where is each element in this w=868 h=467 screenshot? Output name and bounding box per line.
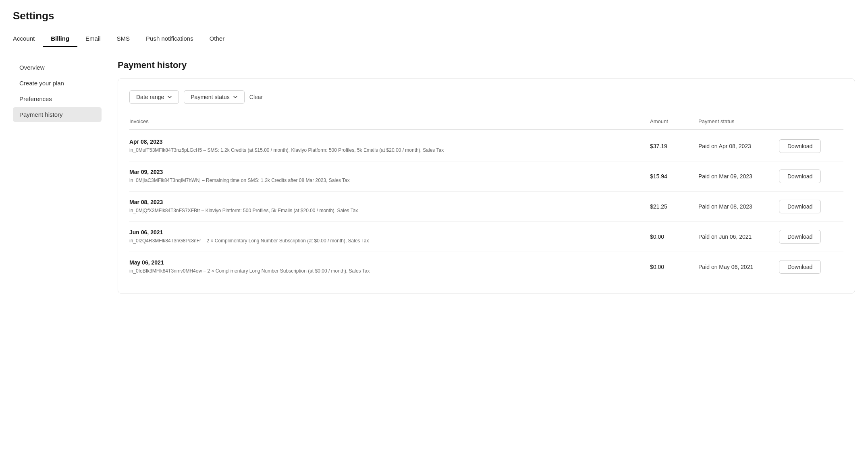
date-range-filter[interactable]: Date range <box>129 90 179 104</box>
download-button-4[interactable]: Download <box>779 260 821 274</box>
content-area: OverviewCreate your planPreferencesPayme… <box>0 47 868 306</box>
invoice-date-0: Apr 08, 2023 <box>129 138 650 145</box>
sidebar-item-create-your-plan[interactable]: Create your plan <box>13 76 102 91</box>
filters-row: Date range Payment status Clear <box>129 90 843 104</box>
invoice-cell-4: May 06, 2021in_0IoBIk3MFlk84T3nmv0MH4ew … <box>129 259 650 275</box>
invoice-desc-4: in_0IoBIk3MFlk84T3nmv0MH4ew – 2 × Compli… <box>129 267 650 275</box>
download-button-0[interactable]: Download <box>779 139 821 153</box>
table-row: Mar 09, 2023in_0MjIaC3MFlk84T3nqIM7hWNj … <box>129 161 843 192</box>
invoice-amount-4: $0.00 <box>650 264 698 270</box>
invoice-date-2: Mar 08, 2023 <box>129 199 650 205</box>
invoice-payment-status-4: Paid on May 06, 2021 <box>698 264 779 270</box>
chevron-down-icon-2 <box>233 95 238 99</box>
clear-filters-button[interactable]: Clear <box>249 94 263 100</box>
nav-item-other[interactable]: Other <box>201 30 233 47</box>
invoice-date-4: May 06, 2021 <box>129 259 650 266</box>
nav-item-email[interactable]: Email <box>77 30 109 47</box>
payment-status-label: Payment status <box>191 94 230 100</box>
chevron-down-icon <box>167 95 172 99</box>
invoice-desc-0: in_0MufT53MFlk84T3nz5pLGcH5 – SMS: 1.2k … <box>129 147 650 154</box>
nav-item-sms[interactable]: SMS <box>109 30 138 47</box>
table-header-cell-1: Amount <box>650 118 698 124</box>
download-button-3[interactable]: Download <box>779 230 821 244</box>
payment-history-card: Date range Payment status Clear Invoices… <box>118 79 855 293</box>
invoice-payment-status-0: Paid on Apr 08, 2023 <box>698 143 779 149</box>
invoice-amount-2: $21.25 <box>650 203 698 210</box>
invoice-desc-3: in_0IzQ4R3MFlk84T3nG8Pc8nFr – 2 × Compli… <box>129 237 650 244</box>
invoice-desc-2: in_0MjQfX3MFlk84T3nFS7XFBtr – Klaviyo Pl… <box>129 207 650 214</box>
nav-item-push-notifications[interactable]: Push notifications <box>138 30 201 47</box>
table-header: InvoicesAmountPayment status <box>129 115 843 130</box>
sidebar-item-payment-history[interactable]: Payment history <box>13 107 102 122</box>
invoice-amount-1: $15.94 <box>650 173 698 180</box>
page-header: Settings AccountBillingEmailSMSPush noti… <box>0 0 868 47</box>
section-title: Payment history <box>118 60 855 70</box>
table-header-cell-2: Payment status <box>698 118 779 124</box>
table-row: Mar 08, 2023in_0MjQfX3MFlk84T3nFS7XFBtr … <box>129 192 843 222</box>
invoice-payment-status-2: Paid on Mar 08, 2023 <box>698 203 779 210</box>
invoice-cell-2: Mar 08, 2023in_0MjQfX3MFlk84T3nFS7XFBtr … <box>129 199 650 214</box>
table-header-cell-3 <box>779 118 843 124</box>
sidebar: OverviewCreate your planPreferencesPayme… <box>13 60 102 293</box>
nav-item-account[interactable]: Account <box>13 30 43 47</box>
sidebar-item-overview[interactable]: Overview <box>13 60 102 75</box>
invoice-payment-status-1: Paid on Mar 09, 2023 <box>698 173 779 180</box>
date-range-label: Date range <box>136 94 164 100</box>
download-button-2[interactable]: Download <box>779 200 821 213</box>
invoice-desc-1: in_0MjIaC3MFlk84T3nqIM7hWNj – Remaining … <box>129 177 650 184</box>
download-button-1[interactable]: Download <box>779 169 821 183</box>
table-header-cell-0: Invoices <box>129 118 650 124</box>
top-nav: AccountBillingEmailSMSPush notifications… <box>13 30 855 47</box>
invoice-date-1: Mar 09, 2023 <box>129 169 650 175</box>
invoice-cell-0: Apr 08, 2023in_0MufT53MFlk84T3nz5pLGcH5 … <box>129 138 650 154</box>
table-body: Apr 08, 2023in_0MufT53MFlk84T3nz5pLGcH5 … <box>129 131 843 282</box>
sidebar-item-preferences[interactable]: Preferences <box>13 91 102 106</box>
invoice-date-3: Jun 06, 2021 <box>129 229 650 236</box>
table-row: Apr 08, 2023in_0MufT53MFlk84T3nz5pLGcH5 … <box>129 131 843 161</box>
invoice-amount-3: $0.00 <box>650 234 698 240</box>
invoice-payment-status-3: Paid on Jun 06, 2021 <box>698 234 779 240</box>
table-row: May 06, 2021in_0IoBIk3MFlk84T3nmv0MH4ew … <box>129 252 843 282</box>
invoice-cell-3: Jun 06, 2021in_0IzQ4R3MFlk84T3nG8Pc8nFr … <box>129 229 650 244</box>
page-title: Settings <box>13 10 855 22</box>
payment-status-filter[interactable]: Payment status <box>184 90 245 104</box>
table-row: Jun 06, 2021in_0IzQ4R3MFlk84T3nG8Pc8nFr … <box>129 222 843 252</box>
invoice-amount-0: $37.19 <box>650 143 698 149</box>
main-content: Payment history Date range Payment statu… <box>118 60 855 293</box>
nav-item-billing[interactable]: Billing <box>43 30 77 47</box>
invoice-cell-1: Mar 09, 2023in_0MjIaC3MFlk84T3nqIM7hWNj … <box>129 169 650 184</box>
